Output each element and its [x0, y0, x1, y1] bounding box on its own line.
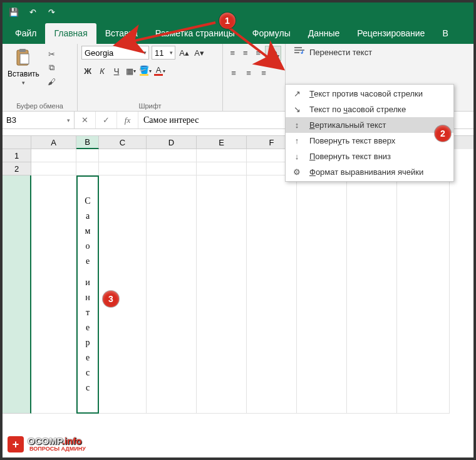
- align-left-button[interactable]: ≡: [227, 66, 241, 80]
- insert-function-button[interactable]: fx: [117, 112, 138, 128]
- decrease-font-button[interactable]: A▾: [193, 46, 205, 59]
- orient-up-label: Повернуть текст вверх: [309, 136, 395, 145]
- group-font: Georgia ▾ 11 ▾ A▴ A▾ Ж К Ч ▦▾ 🪣▾ A▾ Шриф…: [78, 44, 223, 111]
- cell-I3[interactable]: [397, 175, 450, 414]
- tab-insert[interactable]: Вставка: [96, 23, 147, 44]
- qat-save-button[interactable]: 💾: [6, 4, 21, 19]
- cell-E3[interactable]: [197, 175, 247, 414]
- svg-rect-1: [19, 49, 26, 52]
- cell-A3[interactable]: [31, 175, 76, 414]
- font-color-button[interactable]: A▾: [153, 65, 166, 77]
- cell-C1[interactable]: [99, 149, 147, 162]
- row-header-2[interactable]: 2: [3, 162, 31, 175]
- cell-F3[interactable]: [247, 175, 297, 414]
- orient-cw[interactable]: ↘ Текст по часовой стрелке: [286, 102, 453, 117]
- b3-char: е: [86, 257, 90, 266]
- tab-review[interactable]: Рецензирование: [348, 23, 433, 44]
- cut-button[interactable]: ✂: [46, 48, 58, 60]
- b3-char: н: [85, 293, 90, 302]
- italic-button[interactable]: К: [96, 65, 108, 77]
- orient-up[interactable]: ↑ Повернуть текст вверх: [286, 133, 453, 149]
- group-label-clipboard: Буфер обмена: [3, 102, 77, 110]
- name-box[interactable]: ▾: [3, 112, 75, 128]
- col-header-B[interactable]: B: [76, 136, 99, 149]
- qat-undo-button[interactable]: ↶: [25, 4, 40, 19]
- borders-button[interactable]: ▦▾: [125, 65, 137, 77]
- cell-D3[interactable]: [147, 175, 197, 414]
- col-header-E[interactable]: E: [197, 136, 247, 149]
- increase-font-button[interactable]: A▴: [178, 46, 190, 59]
- col-header-C[interactable]: C: [99, 136, 147, 149]
- cell-C2[interactable]: [99, 162, 147, 175]
- align-right-button[interactable]: ≡: [257, 66, 271, 80]
- cell-A2[interactable]: [31, 162, 76, 175]
- orientation-button[interactable]: ab ▾: [265, 46, 281, 61]
- orient-vertical[interactable]: ↕ Вертикальный текст: [286, 117, 453, 133]
- accept-entry-button[interactable]: ✓: [96, 112, 117, 128]
- cell-E1[interactable]: [197, 149, 247, 162]
- tab-data[interactable]: Данные: [299, 23, 349, 44]
- b3-char: с: [86, 384, 90, 392]
- align-top-button[interactable]: ≡: [227, 46, 238, 60]
- watermark-subtitle: ВОПРОСЫ АДМИНУ: [28, 446, 88, 452]
- b3-char: С: [85, 197, 90, 206]
- cell-B2[interactable]: [76, 162, 99, 175]
- tab-home[interactable]: Главная: [45, 23, 96, 44]
- cell-D2[interactable]: [147, 162, 197, 175]
- underline-button[interactable]: Ч: [110, 65, 123, 77]
- select-all-corner[interactable]: [3, 136, 31, 149]
- b3-char: е: [86, 323, 90, 332]
- cell-A1[interactable]: [31, 149, 76, 162]
- row-header-1[interactable]: 1: [3, 149, 31, 162]
- orient-format-label: Формат выравнивания ячейки: [309, 167, 423, 177]
- wrap-text-button[interactable]: Перенести текст: [289, 46, 457, 59]
- bold-button[interactable]: Ж: [81, 65, 94, 77]
- svg-rect-2: [20, 54, 29, 64]
- group-label-font: Шрифт: [78, 102, 222, 110]
- rows-container: 12Самоеинтересс: [3, 149, 473, 414]
- cell-H3[interactable]: [347, 175, 397, 414]
- tab-file[interactable]: Файл: [6, 23, 45, 44]
- cell-D1[interactable]: [147, 149, 197, 162]
- orient-vertical-label: Вертикальный текст: [309, 120, 386, 130]
- group-alignment: ≡ ≡ ≡ ab ▾ ≡ ≡ ≡: [223, 44, 286, 111]
- orient-down-label: Повернуть текст вниз: [309, 152, 391, 161]
- wrap-text-icon: [294, 47, 306, 58]
- font-size-combo[interactable]: 11 ▾: [152, 46, 175, 60]
- orient-down-icon: ↓: [291, 152, 303, 161]
- copy-button[interactable]: ⧉: [46, 62, 58, 73]
- col-header-D[interactable]: D: [147, 136, 197, 149]
- qat-redo-button[interactable]: ↷: [44, 4, 59, 19]
- font-name-value: Georgia: [85, 48, 113, 58]
- b3-char: т: [86, 308, 90, 317]
- orient-format[interactable]: ⚙ Формат выравнивания ячейки: [286, 164, 453, 180]
- paste-button[interactable]: Вставить ▾: [6, 46, 41, 87]
- fill-color-button[interactable]: 🪣▾: [139, 65, 152, 77]
- align-middle-button[interactable]: ≡: [239, 46, 251, 60]
- cell-B1[interactable]: [76, 149, 99, 162]
- tab-formulas[interactable]: Формулы: [244, 23, 299, 44]
- orient-ccw-icon: ↗: [291, 89, 303, 98]
- cell-E2[interactable]: [197, 162, 247, 175]
- align-center-button[interactable]: ≡: [242, 66, 256, 80]
- b3-char: р: [86, 338, 90, 347]
- align-bottom-button[interactable]: ≡: [252, 46, 264, 60]
- annotation-marker-3: 3: [103, 291, 119, 307]
- name-box-input[interactable]: [5, 115, 55, 125]
- orient-vertical-icon: ↕: [291, 120, 303, 130]
- orient-down[interactable]: ↓ Повернуть текст вниз: [286, 149, 453, 164]
- cancel-entry-button[interactable]: ✕: [75, 112, 96, 128]
- format-painter-button[interactable]: 🖌: [46, 76, 58, 87]
- font-name-combo[interactable]: Georgia ▾: [81, 46, 149, 60]
- orient-ccw[interactable]: ↗ Текст против часовой стрелки: [286, 86, 453, 102]
- watermark-name: OCOMP: [28, 436, 62, 446]
- row-header-3[interactable]: [3, 175, 31, 414]
- col-header-A[interactable]: A: [31, 136, 76, 149]
- orient-ccw-label: Текст против часовой стрелки: [309, 89, 423, 98]
- b3-char: а: [86, 212, 90, 221]
- cell-B3[interactable]: Самоеинтересс: [76, 175, 99, 414]
- cell-G3[interactable]: [297, 175, 347, 414]
- orient-format-icon: ⚙: [291, 167, 303, 177]
- orientation-menu: ↗ Текст против часовой стрелки ↘ Текст п…: [285, 84, 454, 182]
- tab-view-partial[interactable]: В: [433, 23, 457, 44]
